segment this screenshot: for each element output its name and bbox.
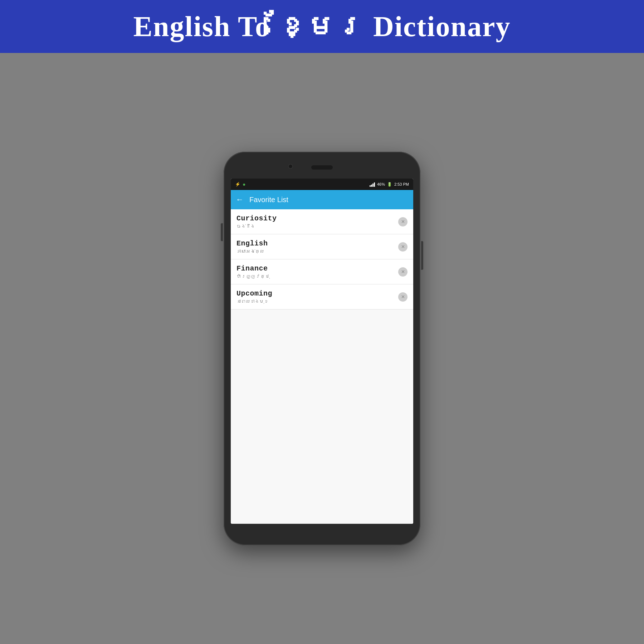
time-text: 2:53 PM xyxy=(394,182,409,186)
phone-volume-button xyxy=(221,223,223,241)
list-item[interactable]: Upcoming នាពេលខាងមុខ xyxy=(231,284,413,309)
list-item-text: Upcoming នាពេលខាងមុខ xyxy=(236,289,272,304)
list-item-khmer: ភាសាអង់គ្លេ xyxy=(236,249,268,254)
signal-bars xyxy=(370,182,375,187)
phone-device: ⚡ ● 46% 🔋 2:53 PM ← xyxy=(224,152,420,545)
remove-button[interactable] xyxy=(398,242,408,252)
list-item[interactable]: Curiosity ចង់ដឹង xyxy=(231,209,413,234)
remove-button[interactable] xyxy=(398,217,408,226)
list-item-khmer: ចង់ដឹង xyxy=(236,224,277,229)
list-item-english: Upcoming xyxy=(236,289,272,298)
banner-title: English To ខ្មែរ Dictionary xyxy=(133,10,511,43)
status-right-info: 46% 🔋 2:53 PM xyxy=(370,182,409,187)
signal-bar-4 xyxy=(374,182,375,187)
signal-bar-2 xyxy=(371,185,372,187)
phone-screen: ⚡ ● 46% 🔋 2:53 PM ← xyxy=(231,179,413,524)
list-item-english: English xyxy=(236,239,268,248)
battery-text: 46% xyxy=(377,182,385,186)
phone-speaker xyxy=(311,165,333,170)
phone-camera xyxy=(288,164,293,169)
top-banner: English To ខ្មែរ Dictionary xyxy=(0,0,644,53)
list-item-english: Curiosity xyxy=(236,214,277,223)
main-area: ⚡ ● 46% 🔋 2:53 PM ← xyxy=(0,53,644,644)
battery-icon: 🔋 xyxy=(387,182,392,187)
remove-button[interactable] xyxy=(398,267,408,277)
signal-bar-1 xyxy=(370,185,371,187)
status-left-icons: ⚡ ● xyxy=(235,181,245,187)
phone-power-button xyxy=(421,241,423,270)
signal-bar-3 xyxy=(372,184,374,187)
list-item-text: Finance ហិរញ្ញវត្ថុ xyxy=(236,264,270,279)
status-bar: ⚡ ● 46% 🔋 2:53 PM xyxy=(231,179,413,190)
usb-icon: ⚡ xyxy=(235,182,240,187)
app-bar: ← Favorite List xyxy=(231,190,413,209)
list-item[interactable]: Finance ហិរញ្ញវត្ថុ xyxy=(231,259,413,284)
list-item[interactable]: English ភាសាអង់គ្លេ xyxy=(231,234,413,259)
favorites-list: Curiosity ចង់ដឹង English ភាសាអង់គ្លេ Fin… xyxy=(231,209,413,524)
list-item-khmer: ហិរញ្ញវត្ថុ xyxy=(236,274,270,279)
banner-title-part1: English To xyxy=(133,11,278,42)
remove-button[interactable] xyxy=(398,292,408,302)
back-button[interactable]: ← xyxy=(236,195,244,204)
list-item-text: English ភាសាអង់គ្លេ xyxy=(236,239,268,254)
list-item-text: Curiosity ចង់ដឹង xyxy=(236,214,277,229)
banner-title-part2: Dictionary xyxy=(365,11,511,42)
app-bar-title: Favorite List xyxy=(249,196,288,204)
list-item-english: Finance xyxy=(236,264,270,273)
list-item-khmer: នាពេលខាងមុខ xyxy=(236,299,272,304)
phone-bottom xyxy=(231,524,413,538)
banner-title-khmer: ខ្មែរ xyxy=(278,11,365,42)
phone-top-bar xyxy=(231,159,413,179)
circle-icon: ● xyxy=(243,181,245,187)
